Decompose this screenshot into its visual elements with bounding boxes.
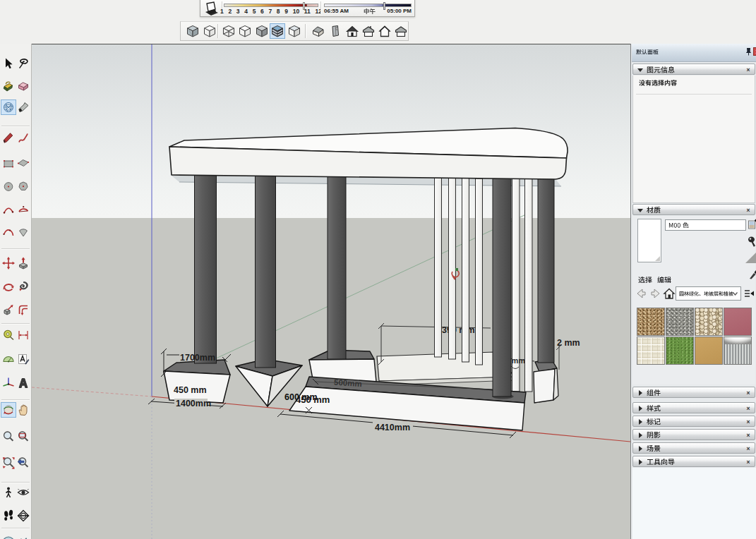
lasso-tool-icon[interactable]	[16, 56, 30, 71]
tray-shadow-header[interactable]: 阴影×	[632, 429, 755, 440]
view-iso-icon[interactable]	[311, 24, 325, 38]
zoom-tool-icon[interactable]	[1, 430, 16, 444]
close-section-icon[interactable]: ×	[745, 432, 752, 439]
close-section-icon[interactable]: ×	[745, 418, 752, 425]
material-swatch-metal-fence[interactable]	[724, 337, 752, 365]
tray-scenes-header[interactable]: 场景×	[632, 442, 755, 454]
position-camera-tool-icon[interactable]	[1, 485, 16, 499]
rectangle-tool-icon[interactable]	[1, 157, 16, 171]
polygon-tool-icon[interactable]	[16, 179, 30, 193]
follow-me-tool-icon[interactable]	[16, 279, 30, 293]
material-name-field[interactable]: M00 色	[665, 219, 746, 231]
baluster[interactable]	[462, 178, 469, 362]
orbit-tool-icon[interactable]	[1, 403, 16, 417]
zoom-previous-tool-icon[interactable]	[16, 456, 30, 470]
close-section-icon[interactable]: ×	[745, 389, 752, 396]
time-slider-handle[interactable]	[383, 2, 385, 10]
material-swatch-flagstone[interactable]	[637, 337, 665, 365]
date-slider-track[interactable]	[224, 4, 318, 7]
axes-tool-icon[interactable]	[1, 376, 16, 390]
dimension-tool-icon[interactable]	[16, 328, 30, 342]
close-section-icon[interactable]: ×	[745, 459, 752, 466]
pan-tool-icon[interactable]	[16, 403, 30, 417]
style-xray-icon[interactable]	[186, 24, 200, 38]
style-back-edges-icon[interactable]	[203, 24, 217, 38]
baluster[interactable]	[449, 177, 456, 359]
time-slider-track[interactable]	[324, 4, 412, 7]
model-viewport[interactable]: 390 mm4410mm500mm600 mm450 mm173 mm2 mm1…	[32, 44, 630, 539]
tape-measure-tool-icon[interactable]	[1, 328, 16, 342]
paint-bucket-tool-icon[interactable]	[1, 79, 16, 93]
materials-header[interactable]: 材质×	[632, 204, 755, 215]
material-swatch-grass-green[interactable]	[666, 337, 694, 365]
push-pull-tool-icon[interactable]	[16, 256, 30, 270]
style-shaded-icon[interactable]	[255, 24, 269, 38]
move-tool-icon[interactable]	[1, 256, 16, 270]
tray-comp-header[interactable]: 组件×	[632, 387, 755, 398]
text-tool-icon[interactable]	[16, 352, 30, 366]
style-hidden-line-icon[interactable]	[238, 24, 252, 38]
close-section-icon[interactable]: ×	[745, 405, 752, 412]
eraser-tool-icon[interactable]	[16, 79, 30, 93]
section-plane-tool-icon[interactable]	[1, 533, 16, 539]
line-tool-icon[interactable]	[1, 131, 16, 145]
style-monochrome-icon[interactable]	[287, 24, 301, 38]
baluster[interactable]	[435, 177, 442, 357]
expand-pane-icon[interactable]	[745, 251, 756, 263]
material-swatch-gravel-brown[interactable]	[637, 308, 665, 336]
baluster[interactable]	[476, 178, 483, 365]
rotate-tool-icon[interactable]	[1, 279, 16, 293]
view-front-icon[interactable]	[345, 24, 359, 38]
list-detail-icon[interactable]	[743, 286, 755, 301]
close-section-icon[interactable]: ×	[745, 207, 752, 214]
material-swatch-pebbles[interactable]	[695, 308, 723, 336]
column[interactable]	[493, 178, 511, 396]
tab-select[interactable]: 选择	[638, 273, 652, 286]
view-back-icon[interactable]	[378, 24, 392, 38]
column[interactable]	[256, 174, 276, 368]
scale-tool-icon[interactable]	[1, 303, 16, 317]
column[interactable]	[328, 176, 346, 359]
footing-right-box[interactable]	[534, 359, 558, 403]
baluster[interactable]	[525, 178, 533, 392]
close-icon[interactable]: x	[753, 47, 756, 56]
eyedropper-icon[interactable]	[749, 268, 756, 279]
two-point-arc-tool-icon[interactable]	[16, 202, 30, 217]
three-point-arc-tool-icon[interactable]	[1, 226, 16, 240]
close-section-icon[interactable]: ×	[745, 445, 752, 452]
view-left-icon[interactable]	[394, 24, 408, 38]
tray-tags-header[interactable]: 标记×	[632, 416, 755, 427]
in-model-icon[interactable]	[663, 286, 676, 301]
chisel-tool-icon[interactable]	[16, 100, 30, 114]
back-arrow-icon[interactable]	[635, 286, 647, 301]
make-component-tool-icon[interactable]	[1, 100, 16, 114]
create-material-icon[interactable]	[748, 219, 756, 230]
zoom-window-tool-icon[interactable]	[16, 430, 30, 444]
style-wireframe-icon[interactable]	[222, 24, 236, 38]
tray-instr-header[interactable]: 工具向导×	[632, 456, 755, 467]
column[interactable]	[195, 174, 217, 363]
circle-tool-icon[interactable]	[1, 179, 16, 193]
view-right-icon[interactable]	[361, 24, 376, 38]
material-preview-swatch[interactable]	[637, 219, 661, 262]
shadow-toggle-icon[interactable]	[203, 1, 220, 16]
pie-tool-icon[interactable]	[16, 226, 30, 240]
protractor-tool-icon[interactable]	[1, 352, 16, 366]
threed-text-tool-icon[interactable]	[16, 376, 30, 390]
pin-icon[interactable]	[746, 48, 751, 56]
section-fill-tool-icon[interactable]	[16, 533, 30, 539]
close-section-icon[interactable]: ×	[745, 66, 752, 73]
tab-edit[interactable]: 编辑	[657, 273, 671, 286]
select-tool-icon[interactable]	[1, 56, 16, 71]
column[interactable]	[538, 177, 554, 363]
material-swatch-rose-solid[interactable]	[724, 308, 752, 336]
section-rotate-tool-icon[interactable]	[16, 509, 30, 523]
entity-info-header[interactable]: 图元信息×	[632, 63, 755, 75]
view-top-icon[interactable]	[328, 24, 342, 38]
forward-arrow-icon[interactable]	[649, 286, 661, 301]
dimension-450[interactable]: 450 mm	[174, 385, 207, 395]
arc-tool-icon[interactable]	[1, 202, 16, 217]
sample-paint-icon[interactable]	[748, 235, 756, 248]
footing-left[interactable]	[164, 360, 230, 403]
material-swatch-tan-solid[interactable]	[695, 337, 723, 365]
